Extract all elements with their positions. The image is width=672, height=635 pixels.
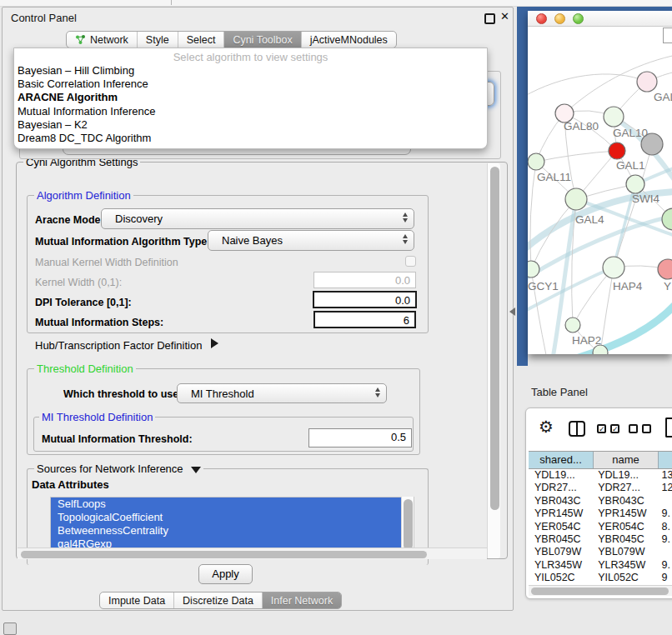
- network-edge[interactable]: [528, 74, 647, 97]
- close-window-icon[interactable]: [536, 13, 547, 24]
- mi-threshold-field[interactable]: 0.5: [308, 428, 412, 448]
- algorithm-option[interactable]: Bayesian – K2: [14, 118, 487, 132]
- table-cell: YIL052C: [529, 572, 592, 584]
- tab-discretize-data[interactable]: Discretize Data: [174, 592, 263, 608]
- column-header[interactable]: name: [594, 452, 659, 468]
- panel-splitter-collapse-icon[interactable]: [509, 308, 515, 316]
- zoom-window-icon[interactable]: [573, 13, 584, 24]
- algorithm-dropdown-list: Bayesian – Hill ClimbingBasic Correlatio…: [14, 64, 487, 145]
- which-threshold-combo[interactable]: MI Threshold: [177, 383, 387, 403]
- dpi-tolerance-field[interactable]: 0.0: [313, 291, 417, 308]
- tab-jactivemnodules[interactable]: jActiveMNodules: [302, 32, 396, 48]
- network-window-titlebar[interactable]: [528, 11, 672, 27]
- tab-impute-data[interactable]: Impute Data: [100, 592, 174, 608]
- table-horizontal-scrollbar[interactable]: [529, 585, 672, 596]
- network-node-label: HAP2: [572, 334, 601, 347]
- checked-box-icon[interactable]: ✓: [597, 424, 606, 433]
- network-node-label: GAL80: [564, 120, 599, 132]
- table-row[interactable]: YLR345WYLR345W9.: [529, 559, 672, 572]
- settings-vertical-scrollbar[interactable]: [487, 163, 500, 558]
- spinner-icon: [403, 234, 408, 244]
- network-edge[interactable]: [536, 151, 617, 162]
- attributes-list-scrollbar[interactable]: [401, 497, 414, 552]
- which-threshold-label: Which threshold to use:: [63, 388, 182, 400]
- table-row[interactable]: YPR145WYPR145W9.: [529, 508, 672, 520]
- table-row[interactable]: YIL052CYIL052C9: [529, 572, 672, 584]
- chevron-right-icon[interactable]: [211, 338, 218, 348]
- float-panel-icon[interactable]: [484, 13, 495, 24]
- control-panel: Control Panel ✕ NetworkStyleSelectCyni T…: [2, 7, 514, 611]
- network-canvas[interactable]: GALGAL80GAL10GAL1GAL11SWI4GAL4GCY1HAP4YH…: [528, 27, 672, 354]
- checked-box-icon[interactable]: ✓: [610, 424, 619, 433]
- algorithm-option[interactable]: Basic Correlation Inference: [14, 78, 487, 91]
- table-cell: YBR045C: [529, 533, 592, 546]
- column-header[interactable]: [659, 452, 672, 468]
- tab-select[interactable]: Select: [178, 32, 225, 48]
- unchecked-box-icon[interactable]: [629, 424, 638, 433]
- manual-kernel-label: Manual Kernel Width Definition: [35, 257, 178, 268]
- table-row[interactable]: YBR043CYBR043C: [529, 495, 672, 508]
- mi-threshold-definition-title: MI Threshold Definition: [39, 411, 155, 423]
- network-node-gal[interactable]: [637, 72, 657, 92]
- taskbar-icon[interactable]: [3, 622, 17, 635]
- columns-icon[interactable]: [569, 421, 585, 437]
- network-node-hap2[interactable]: [565, 318, 580, 332]
- gear-icon[interactable]: ⚙: [539, 418, 554, 435]
- algorithm-option[interactable]: Dream8 DC_TDC Algorithm: [14, 132, 487, 145]
- network-edge[interactable]: [530, 162, 536, 269]
- manual-kernel-checkbox[interactable]: [405, 256, 416, 267]
- network-node-swi4[interactable]: [626, 175, 644, 193]
- algorithm-option[interactable]: Bayesian – Hill Climbing: [14, 64, 487, 78]
- table-cell: YBR043C: [529, 495, 592, 508]
- algorithm-option[interactable]: ARACNE Algorithm: [14, 91, 487, 104]
- chevron-down-icon[interactable]: [191, 467, 201, 473]
- network-node-hap4[interactable]: [603, 257, 624, 278]
- document-icon[interactable]: [665, 418, 672, 438]
- settings-horizontal-scrollbar[interactable]: [18, 548, 487, 559]
- hub-expander-label: Hub/Transcription Factor Definition: [35, 339, 202, 352]
- network-node-gal10[interactable]: [604, 107, 624, 127]
- close-icon[interactable]: ✕: [500, 10, 509, 22]
- table-row[interactable]: YDL19...YDL19...13: [529, 469, 672, 482]
- table-row[interactable]: YBL079WYBL079W: [529, 546, 672, 558]
- tab-cyni-toolbox[interactable]: Cyni Toolbox: [224, 32, 301, 48]
- algorithm-dropdown-placeholder: Select algorithm to view settings: [14, 48, 487, 64]
- table-cell: YER054C: [529, 521, 592, 533]
- table-cell: [655, 546, 672, 558]
- data-attribute-item[interactable]: BetweennessCentrality: [51, 524, 414, 538]
- network-node[interactable]: [662, 208, 672, 230]
- table-cell: YLR345W: [592, 559, 655, 572]
- table-row[interactable]: YDR27...YDR27...12: [529, 482, 672, 494]
- table-row[interactable]: YBR045CYBR045C9.: [529, 533, 672, 546]
- table-cell: 13: [655, 469, 672, 482]
- network-edge[interactable]: [600, 268, 614, 352]
- table-cell: YDL19...: [592, 469, 655, 482]
- apply-button[interactable]: Apply: [198, 564, 253, 584]
- network-node-gal11[interactable]: [528, 153, 544, 170]
- tab-network[interactable]: Network: [67, 32, 138, 48]
- column-header[interactable]: shared...: [529, 452, 594, 468]
- network-icon: [75, 34, 86, 45]
- unchecked-box-icon[interactable]: [642, 424, 651, 433]
- data-attribute-item[interactable]: TopologicalCoefficient: [51, 511, 414, 524]
- network-node-label: GAL4: [575, 213, 604, 226]
- network-node-gcy1[interactable]: [528, 261, 539, 278]
- table-panel-title: Table Panel: [531, 386, 588, 398]
- algorithm-option[interactable]: Mutual Information Inference: [14, 105, 487, 118]
- kernel-width-field[interactable]: 0.0: [313, 272, 416, 288]
- aracne-mode-combo[interactable]: Discovery: [101, 208, 414, 229]
- mi-type-combo[interactable]: Naive Bayes: [208, 230, 414, 251]
- data-attribute-item[interactable]: SelfLoops: [51, 498, 414, 511]
- aracne-mode-label: Aracne Mode:: [35, 214, 104, 226]
- table-header: shared...name: [529, 451, 672, 469]
- data-attributes-list[interactable]: SelfLoopsTopologicalCoefficientBetweenne…: [50, 497, 414, 552]
- minimize-window-icon[interactable]: [554, 13, 565, 24]
- network-node-gal1[interactable]: [609, 142, 625, 159]
- table-row[interactable]: YER054CYER054C8.: [529, 521, 672, 533]
- table-cell: 8.: [655, 521, 672, 533]
- tab-infer-network[interactable]: Infer Network: [263, 592, 341, 608]
- mi-steps-field[interactable]: 6: [313, 311, 416, 328]
- network-node-gal4[interactable]: [565, 188, 587, 210]
- network-node-y[interactable]: [658, 259, 672, 279]
- tab-style[interactable]: Style: [138, 32, 178, 48]
